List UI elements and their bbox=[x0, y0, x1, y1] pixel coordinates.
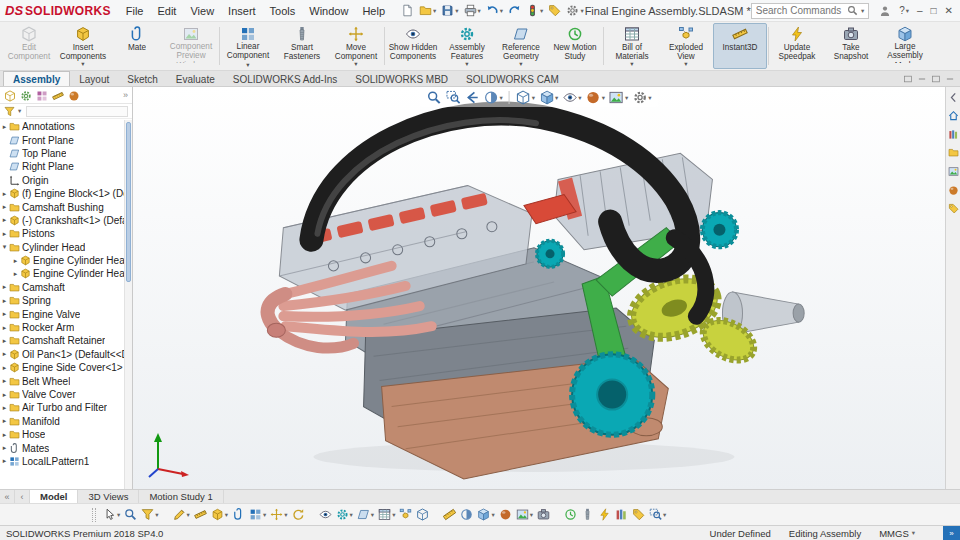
zoom-to-area-button[interactable]: ▾ bbox=[648, 508, 667, 521]
menu-window[interactable]: Window bbox=[302, 3, 355, 19]
selection-filter-button[interactable]: ▾ bbox=[140, 508, 159, 521]
ribbon-instant3d-button[interactable]: Instant3D bbox=[713, 23, 767, 69]
menu-insert[interactable]: Insert bbox=[221, 3, 263, 19]
bill-of-materials-button[interactable]: ▾ bbox=[377, 508, 396, 521]
open-button[interactable]: ▾ bbox=[418, 3, 437, 18]
new-button[interactable] bbox=[400, 3, 415, 18]
tab-layout[interactable]: Layout bbox=[70, 72, 118, 86]
search-input[interactable] bbox=[756, 5, 845, 16]
tree-item-cylinder-head[interactable]: ▾Cylinder Head bbox=[0, 241, 124, 254]
section-view-button[interactable]: ▾ bbox=[483, 89, 504, 106]
ribbon-linear-component-pattern-button[interactable]: Linear Component Pattern▾ bbox=[221, 23, 275, 69]
options-button[interactable]: ▾ bbox=[565, 3, 584, 18]
move-component-button[interactable]: ▾ bbox=[269, 508, 288, 521]
ribbon-edit-component-button[interactable]: Edit Component bbox=[2, 23, 56, 69]
section-view-button[interactable] bbox=[459, 508, 474, 521]
expand-arrow-icon[interactable]: ▸ bbox=[0, 216, 9, 224]
assembly-features-button[interactable]: ▾ bbox=[335, 508, 354, 521]
show-hidden-components-button[interactable] bbox=[318, 508, 333, 521]
orientation-triad[interactable] bbox=[145, 429, 191, 481]
ribbon-assembly-features-button[interactable]: Assembly Features▾ bbox=[440, 23, 494, 69]
expand-arrow-icon[interactable]: ▸ bbox=[0, 203, 9, 211]
tree-item-engine-valve[interactable]: ▸Engine Valve bbox=[0, 307, 124, 320]
search-commands-box[interactable]: ▾ bbox=[751, 3, 869, 19]
ribbon-reference-geometry-button[interactable]: Reference Geometry▾ bbox=[494, 23, 548, 69]
tree-scrollbar[interactable] bbox=[124, 120, 132, 489]
undock-commandmanager-icon[interactable] bbox=[903, 72, 913, 84]
login-button[interactable] bbox=[879, 5, 891, 17]
print-button[interactable]: ▾ bbox=[463, 3, 482, 18]
tree-item-camshaft[interactable]: ▸Camshaft bbox=[0, 281, 124, 294]
tree-item-mates[interactable]: ▸Mates bbox=[0, 441, 124, 454]
expand-arrow-icon[interactable]: ▸ bbox=[0, 190, 9, 198]
menu-edit[interactable]: Edit bbox=[150, 3, 183, 19]
tab-motion-study-1[interactable]: Motion Study 1 bbox=[139, 490, 223, 503]
design-library-tab[interactable] bbox=[948, 127, 959, 140]
tree-item-camshaft-bushing[interactable]: ▸Camshaft Bushing bbox=[0, 200, 124, 213]
tree-item-air-turbo-and-filter[interactable]: ▸Air Turbo and Filter bbox=[0, 401, 124, 414]
menu-help[interactable]: Help bbox=[355, 3, 392, 19]
configurationmanager-tab[interactable] bbox=[36, 88, 48, 101]
previous-view-button[interactable] bbox=[464, 89, 481, 106]
ribbon-bill-of-materials-button[interactable]: Bill of Materials▾ bbox=[605, 23, 659, 69]
expand-arrow-icon[interactable]: ▸ bbox=[0, 283, 9, 291]
tree-item-hose[interactable]: ▸Hose bbox=[0, 428, 124, 441]
units-selector[interactable]: MMGS ▾ bbox=[879, 528, 915, 539]
ribbon-new-motion-study-button[interactable]: New Motion Study bbox=[548, 23, 602, 69]
undo-button[interactable]: ▾ bbox=[485, 3, 504, 18]
view-settings-button[interactable]: ▾ bbox=[631, 89, 652, 106]
menu-view[interactable]: View bbox=[183, 3, 221, 19]
view-orientation-button[interactable]: ▾ bbox=[515, 89, 536, 106]
file-explorer-tab[interactable] bbox=[948, 146, 959, 159]
expand-arrow-icon[interactable]: ▸ bbox=[0, 377, 9, 385]
custom-properties-button[interactable] bbox=[631, 508, 646, 521]
reference-geometry-button[interactable]: ▾ bbox=[356, 508, 375, 521]
design-library-button[interactable] bbox=[614, 508, 629, 521]
tab-assembly[interactable]: Assembly bbox=[3, 71, 70, 86]
expand-arrow-icon[interactable]: ▸ bbox=[0, 444, 9, 452]
tree-scrollbar-thumb[interactable] bbox=[126, 122, 131, 282]
apply-scene-button[interactable]: ▾ bbox=[608, 89, 629, 106]
timing-pulley[interactable] bbox=[572, 354, 652, 434]
ribbon-component-preview-window-button[interactable]: Component Preview Window bbox=[164, 23, 218, 69]
display-style-button[interactable]: ▾ bbox=[476, 508, 495, 521]
tree-item-top-plane[interactable]: Top Plane bbox=[0, 147, 124, 160]
mate-button[interactable] bbox=[231, 508, 246, 521]
menu-file[interactable]: File bbox=[119, 3, 151, 19]
rebuild-button[interactable]: ▾ bbox=[525, 3, 544, 18]
select-button[interactable]: ▾ bbox=[102, 508, 121, 521]
tree-item-engine-side-cover-1-default[interactable]: ▸Engine Side Cover<1> (Default bbox=[0, 361, 124, 374]
close-button[interactable]: ✕ bbox=[945, 6, 953, 16]
edit-appearance-button[interactable]: ▾ bbox=[585, 89, 606, 106]
expand-arrow-icon[interactable]: ▸ bbox=[0, 337, 9, 345]
ribbon-exploded-view-button[interactable]: Exploded View▾ bbox=[659, 23, 713, 69]
tree-item-engine-cylinder-head-3[interactable]: ▸Engine Cylinder Head<3> bbox=[0, 267, 124, 280]
new-motion-study-button[interactable] bbox=[563, 508, 578, 521]
save-button[interactable]: ▾ bbox=[440, 3, 459, 18]
expand-arrow-icon[interactable]: ▸ bbox=[0, 230, 9, 238]
tree-item-pistons[interactable]: ▸Pistons bbox=[0, 227, 124, 240]
tree-item-spring[interactable]: ▸Spring bbox=[0, 294, 124, 307]
ribbon-smart-fasteners-button[interactable]: Smart Fasteners bbox=[275, 23, 329, 69]
filter-dropdown-icon[interactable]: ▾ bbox=[18, 107, 21, 115]
smart-fasteners-button[interactable] bbox=[580, 508, 595, 521]
tab-solidworks-add-ins[interactable]: SOLIDWORKS Add-Ins bbox=[224, 72, 346, 86]
ribbon-show-hidden-components-button[interactable]: Show Hidden Components bbox=[386, 23, 440, 69]
tree-item-manifold[interactable]: ▸Manifold bbox=[0, 415, 124, 428]
sketch-button[interactable]: ▾ bbox=[172, 508, 191, 521]
edit-appearance-button[interactable] bbox=[498, 508, 513, 521]
expand-arrow-icon[interactable]: ▸ bbox=[0, 404, 9, 412]
expand-panel-icon[interactable] bbox=[931, 72, 941, 84]
linear-component-pattern-button[interactable]: ▾ bbox=[248, 508, 267, 521]
filter-button[interactable] bbox=[4, 105, 15, 118]
scroll-tabs-left-button[interactable]: ‹ bbox=[15, 490, 30, 503]
file-properties-button[interactable] bbox=[547, 3, 562, 18]
rotate-component-button[interactable] bbox=[291, 508, 306, 521]
insert-components-button[interactable]: ▾ bbox=[210, 508, 229, 521]
filter-input[interactable] bbox=[26, 106, 128, 117]
expand-arrow-icon[interactable]: ▸ bbox=[11, 270, 20, 278]
ribbon-large-assembly-mode-button[interactable]: Large Assembly Mode bbox=[878, 23, 932, 69]
tree-item-belt-wheel[interactable]: ▸Belt Wheel bbox=[0, 374, 124, 387]
tab-model[interactable]: Model bbox=[30, 490, 78, 503]
expand-arrow-icon[interactable]: ▸ bbox=[0, 123, 9, 131]
